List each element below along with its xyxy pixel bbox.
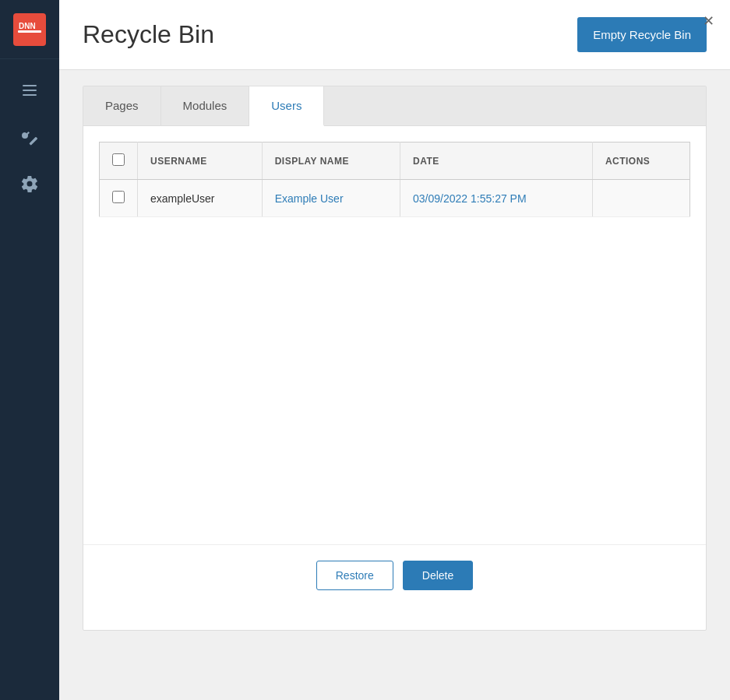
svg-rect-4 (23, 90, 37, 91)
sidebar-item-wrench[interactable] (0, 114, 59, 160)
sidebar-item-gear[interactable] (0, 160, 59, 207)
content-panel: Pages Modules Users (83, 86, 707, 631)
close-btn-area: ✕ (696, 9, 721, 33)
tab-users[interactable]: Users (249, 86, 324, 126)
row-actions (592, 180, 689, 217)
bottom-actions: Restore Delete (83, 544, 706, 606)
sidebar: DNN (0, 0, 59, 700)
svg-text:DNN: DNN (19, 22, 36, 30)
svg-rect-3 (23, 85, 37, 86)
svg-rect-5 (23, 94, 37, 96)
row-checkbox[interactable] (112, 191, 125, 203)
table-header-row: USERNAME DISPLAY NAME DATE ACTIONS (100, 142, 690, 180)
svg-rect-2 (18, 30, 41, 33)
row-display-name: Example User (262, 180, 400, 217)
header: Recycle Bin Empty Recycle Bin (59, 0, 730, 70)
empty-recycle-bin-button[interactable]: Empty Recycle Bin (577, 17, 707, 52)
wrench-icon (20, 128, 39, 146)
users-table: USERNAME DISPLAY NAME DATE ACTIONS (99, 142, 690, 217)
gear-icon (20, 174, 39, 193)
panel-area: Pages Modules Users (59, 70, 730, 700)
main-content: ✕ Recycle Bin Empty Recycle Bin Pages Mo… (59, 0, 730, 700)
th-actions: ACTIONS (592, 142, 689, 180)
select-all-checkbox[interactable] (112, 153, 125, 166)
th-username: USERNAME (138, 142, 263, 180)
page-title: Recycle Bin (83, 20, 214, 49)
row-checkbox-cell (100, 180, 138, 217)
svg-rect-6 (23, 86, 27, 88)
sidebar-item-menu[interactable] (0, 67, 59, 114)
table-row: exampleUser Example User 03/09/2022 1:55… (100, 180, 690, 217)
menu-icon (20, 81, 39, 100)
th-date: DATE (400, 142, 593, 180)
restore-button[interactable]: Restore (316, 561, 393, 590)
app-logo: DNN (0, 0, 59, 59)
close-button[interactable]: ✕ (696, 9, 721, 33)
delete-button[interactable]: Delete (403, 561, 473, 590)
th-display-name: DISPLAY NAME (262, 142, 400, 180)
tab-pages[interactable]: Pages (83, 86, 161, 125)
th-checkbox (100, 142, 138, 180)
table-container: USERNAME DISPLAY NAME DATE ACTIONS (83, 126, 706, 233)
tab-modules[interactable]: Modules (161, 86, 250, 125)
tabs: Pages Modules Users (83, 86, 706, 126)
row-username: exampleUser (138, 180, 263, 217)
row-date: 03/09/2022 1:55:27 PM (400, 180, 593, 217)
